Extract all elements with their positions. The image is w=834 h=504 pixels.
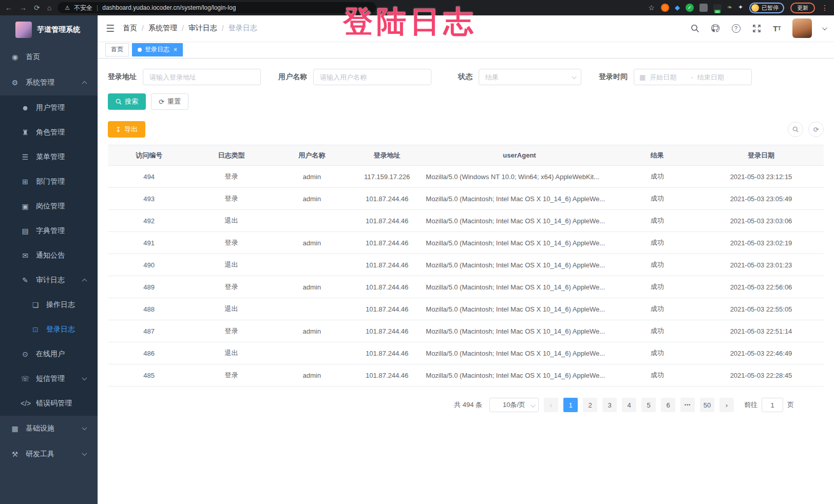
- fullscreen-icon[interactable]: [751, 23, 762, 33]
- sidebar-item-menu-list[interactable]: ☰菜单管理: [0, 145, 98, 169]
- login-log-table: 访问编号日志类型用户名称登录地址userAgent结果登录日期 494登录adm…: [108, 145, 824, 386]
- page-button-4[interactable]: 4: [622, 398, 636, 412]
- page-button-3[interactable]: 3: [602, 398, 617, 412]
- app-logo-row[interactable]: 芋道管理系统: [0, 15, 98, 44]
- toggle-search-button[interactable]: [788, 122, 803, 137]
- page-button-2[interactable]: 2: [583, 398, 597, 412]
- cell: 485: [108, 364, 190, 386]
- sidebar-item-gear[interactable]: ⚙系统管理: [0, 70, 98, 95]
- sidebar-item-user[interactable]: ☻用户管理: [0, 95, 98, 120]
- help-icon[interactable]: ?: [731, 23, 741, 33]
- role-icon: ♜: [21, 128, 30, 137]
- cell: 成功: [616, 254, 698, 276]
- user-avatar[interactable]: [792, 18, 812, 38]
- sidebar-item-dashboard[interactable]: ◉首页: [0, 44, 98, 70]
- sidebar-item-audit-log[interactable]: ✎审计日志: [0, 268, 98, 293]
- sidebar-item-dept-tree[interactable]: ⊞部门管理: [0, 169, 98, 194]
- browser-address-bar[interactable]: ⚠ 不安全 | dashboard.yudao.iocoder.cn/syste…: [58, 2, 376, 13]
- extension-icon-on-badge[interactable]: [713, 4, 722, 11]
- sidebar-item-notice[interactable]: ✉通知公告: [0, 243, 98, 268]
- sidebar-item-online-users[interactable]: ⊙在线用户: [0, 342, 98, 366]
- extension-icon-gem[interactable]: ◆: [675, 4, 680, 12]
- app-logo: [15, 22, 32, 38]
- app-title: 芋道管理系统: [37, 25, 80, 34]
- prev-page-button[interactable]: ‹: [544, 398, 558, 412]
- export-button[interactable]: ↧ 导出: [108, 121, 145, 138]
- breadcrumb-audit[interactable]: 审计日志: [188, 24, 217, 33]
- sidebar-item-label: 基础设施: [26, 424, 54, 433]
- cell: 登录: [190, 320, 272, 342]
- page-button-6[interactable]: 6: [661, 398, 675, 412]
- cell: 成功: [616, 276, 698, 298]
- search-icon[interactable]: [690, 23, 700, 33]
- cell: 登录: [190, 166, 272, 188]
- more-pages-button[interactable]: •••: [680, 398, 695, 412]
- browser-chrome: ← → ⟳ ⌂ ⚠ 不安全 | dashboard.yudao.iocoder.…: [0, 0, 834, 15]
- extension-icon-grid[interactable]: [699, 4, 708, 12]
- cell: 成功: [616, 364, 698, 386]
- search-button[interactable]: 搜索: [108, 93, 146, 110]
- sidebar-item-label: 审计日志: [36, 276, 65, 285]
- github-icon[interactable]: [710, 23, 721, 33]
- avatar-caret-down-icon[interactable]: [822, 25, 827, 30]
- browser-update-button[interactable]: 更新: [790, 3, 815, 13]
- sidebar-item-label: 在线用户: [36, 350, 65, 359]
- cell: Mozilla/5.0 (Macintosh; Intel Mac OS X 1…: [423, 232, 616, 254]
- start-date-input[interactable]: [650, 73, 687, 81]
- cell: Mozilla/5.0 (Macintosh; Intel Mac OS X 1…: [423, 364, 616, 386]
- breadcrumb-home[interactable]: 首页: [123, 24, 137, 33]
- tab-close-icon[interactable]: ×: [174, 46, 177, 53]
- extension-icon-green[interactable]: ✓: [686, 4, 694, 12]
- screen: 登陆日志 ← → ⟳ ⌂ ⚠ 不安全 | dashboard.yudao.ioc…: [0, 0, 834, 504]
- next-page-button[interactable]: ›: [719, 398, 734, 412]
- cell: [273, 254, 351, 276]
- extension-icon-orange[interactable]: [661, 4, 669, 12]
- bookmark-star-icon[interactable]: ☆: [648, 4, 655, 12]
- sidebar-item-operation-log[interactable]: ❏操作日志: [0, 293, 98, 317]
- refresh-table-button[interactable]: ⟳: [808, 122, 824, 137]
- page-size-select[interactable]: 10条/页: [489, 398, 539, 412]
- browser-forward-icon[interactable]: →: [20, 4, 27, 12]
- sidebar-item-infra[interactable]: ▦基础设施: [0, 416, 98, 441]
- status-select[interactable]: [479, 69, 581, 85]
- sidebar-item-tool[interactable]: ⚒研发工具: [0, 441, 98, 467]
- goto-page-input[interactable]: [762, 398, 783, 412]
- tool-icon: ⚒: [10, 450, 20, 458]
- browser-back-icon[interactable]: ←: [5, 4, 12, 12]
- end-date-input[interactable]: [697, 73, 734, 81]
- last-page-button[interactable]: 50: [700, 398, 714, 412]
- browser-profile-paused[interactable]: 已暂停: [749, 3, 784, 13]
- date-range-picker[interactable]: ▦ -: [634, 69, 752, 85]
- tab-home[interactable]: 首页: [105, 43, 129, 56]
- sidebar-item-login-log[interactable]: ⊡登录日志: [0, 317, 98, 342]
- browser-menu-icon[interactable]: ⋮: [821, 4, 829, 12]
- tab-login-log[interactable]: 登录日志 ×: [132, 43, 183, 56]
- cell: Mozilla/5.0 (Macintosh; Intel Mac OS X 1…: [423, 342, 616, 364]
- username-input[interactable]: [313, 69, 431, 85]
- page-button-1[interactable]: 1: [563, 398, 578, 412]
- sidebar-item-sms[interactable]: ☏短信管理: [0, 366, 98, 391]
- sidebar-item-label: 字典管理: [36, 226, 65, 236]
- address-input[interactable]: [143, 69, 261, 85]
- sidebar-item-role[interactable]: ♜角色管理: [0, 120, 98, 145]
- cell: Mozilla/5.0 (Macintosh; Intel Mac OS X 1…: [423, 188, 616, 210]
- font-size-icon[interactable]: TT: [772, 23, 782, 33]
- sidebar-item-label: 登录日志: [46, 325, 75, 334]
- browser-reload-icon[interactable]: ⟳: [34, 4, 40, 12]
- cell: 101.87.244.46: [351, 210, 423, 232]
- hamburger-icon[interactable]: ☰: [106, 23, 115, 34]
- cell: 486: [108, 342, 190, 364]
- extension-icon-plant[interactable]: ❧: [727, 4, 732, 12]
- extension-puzzle-icon[interactable]: ✦: [738, 4, 743, 12]
- login-time-label: 登录时间: [599, 72, 628, 82]
- breadcrumb-system[interactable]: 系统管理: [148, 24, 177, 33]
- sidebar-item-post[interactable]: ▣岗位管理: [0, 194, 98, 219]
- browser-home-icon[interactable]: ⌂: [47, 4, 51, 12]
- cell: admin: [273, 320, 351, 342]
- page-button-5[interactable]: 5: [641, 398, 656, 412]
- sidebar-item-dict[interactable]: ▤字典管理: [0, 219, 98, 243]
- cell: 2021-05-03 22:46:49: [698, 342, 824, 364]
- reset-button[interactable]: ⟳ 重置: [151, 93, 188, 110]
- sidebar-item-error-code[interactable]: </>错误码管理: [0, 391, 98, 416]
- table-row: 494登录admin117.159.17.226Mozilla/5.0 (Win…: [108, 166, 824, 188]
